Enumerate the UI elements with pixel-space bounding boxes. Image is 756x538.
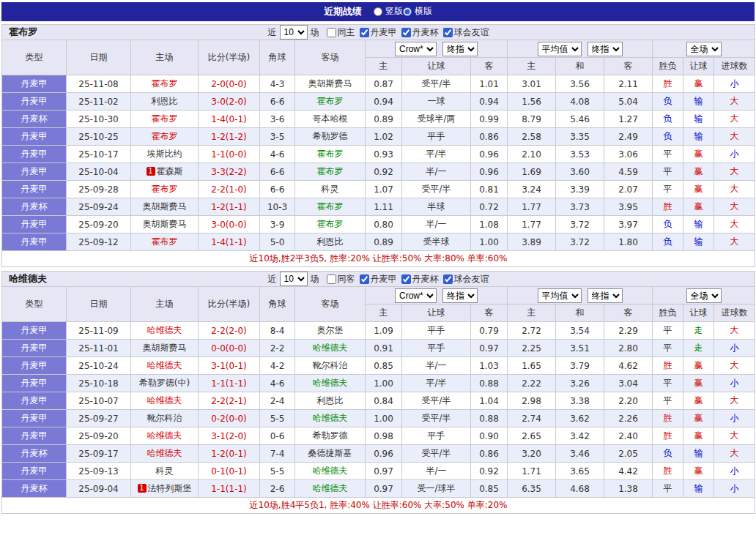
subcol-handicap: 让球	[402, 58, 471, 75]
home-team-cell: 哈维德夫	[131, 392, 199, 410]
handicap-result-cell: 输	[683, 445, 714, 463]
home-team-name[interactable]: 法特列斯堡	[148, 483, 192, 493]
filter-checkbox-同主[interactable]: 同主	[327, 26, 355, 39]
match-row: 丹麦甲25-10-17埃斯比约1-1(0-0)4-6霍布罗0.93平/半0.96…	[2, 146, 755, 163]
scope-select[interactable]: 全场	[686, 42, 722, 56]
odds-company-select[interactable]: Crow*	[395, 288, 437, 303]
home-team-name[interactable]: 科灵	[156, 466, 174, 476]
home-team-name[interactable]: 霍布罗	[152, 131, 178, 141]
away-team-name[interactable]: 科灵	[322, 184, 339, 194]
checkbox-丹麦甲[interactable]	[360, 274, 369, 284]
avg-away-cell: 2.29	[604, 322, 653, 340]
asia-home-odds-cell: 1.11	[366, 198, 402, 216]
away-team-name[interactable]: 哈维德夫	[313, 378, 348, 388]
home-team-name[interactable]: 埃斯比约	[147, 149, 182, 159]
goals-result-cell: 大	[714, 233, 755, 251]
avg-away-cell: 1.38	[604, 480, 653, 498]
away-team-name[interactable]: 霍布罗	[317, 149, 344, 159]
checkbox-同主[interactable]	[327, 28, 336, 37]
recent-label-suffix: 场	[311, 273, 319, 285]
asia-home-odds-cell: 0.94	[366, 93, 402, 111]
radio-竖版[interactable]	[374, 7, 382, 16]
home-team-name[interactable]: 哈维德夫	[147, 325, 182, 335]
filter-checkbox-丹麦杯[interactable]: 丹麦杯	[401, 273, 439, 285]
col-header-away: 客场	[295, 287, 366, 322]
away-team-name[interactable]: 哈维德夫	[313, 483, 348, 493]
away-team-name[interactable]: 哈维德夫	[313, 413, 348, 423]
layout-radio-横版[interactable]: 横版	[403, 5, 432, 18]
away-team-name[interactable]: 霍布罗	[317, 96, 344, 106]
layout-radio-竖版[interactable]: 竖版	[374, 5, 403, 18]
avg-stage-select[interactable]: 终指	[588, 288, 623, 303]
avg-home-cell: 2.74	[508, 410, 556, 427]
recent-count-select[interactable]: 10	[280, 25, 308, 40]
home-team-name[interactable]: 哈维德夫	[147, 395, 182, 406]
avg-home-cell: 3.89	[508, 233, 556, 251]
odds-stage-select[interactable]: 终指	[442, 42, 478, 56]
home-team-name[interactable]: 霍布罗	[152, 236, 178, 247]
away-team-name[interactable]: 桑德捷斯基	[308, 448, 352, 458]
home-team-name[interactable]: 希勒罗德(中)	[139, 378, 190, 388]
away-team-name[interactable]: 奥尔堡	[317, 325, 344, 335]
filter-checkbox-同客[interactable]: 同客	[327, 273, 355, 285]
avg-select[interactable]: 平均值	[538, 42, 582, 56]
subcol-avg-draw: 和	[556, 305, 604, 322]
home-team-name[interactable]: 霍布罗	[152, 184, 178, 194]
away-team-name[interactable]: 希勒罗德	[313, 131, 348, 141]
avg-select[interactable]: 平均值	[538, 288, 582, 303]
avg-home-cell: 1.77	[508, 216, 556, 233]
handicap-result-cell: 输	[683, 480, 714, 498]
radio-横版[interactable]	[403, 7, 412, 16]
date-cell: 25-10-04	[67, 163, 131, 181]
avg-draw-cell: 3.73	[556, 198, 604, 216]
odds-stage-select[interactable]: 终指	[442, 288, 478, 303]
checkbox-丹麦杯[interactable]	[401, 28, 411, 37]
filter-checkbox-球会友谊[interactable]: 球会友谊	[443, 273, 489, 285]
home-team-name[interactable]: 奥胡斯费马	[143, 343, 187, 353]
scope-select[interactable]: 全场	[686, 288, 722, 303]
checkbox-丹麦杯[interactable]	[401, 274, 411, 284]
away-team-name[interactable]: 霍布罗	[317, 166, 344, 176]
filter-checkbox-丹麦杯[interactable]: 丹麦杯	[401, 26, 439, 39]
away-team-name[interactable]: 利恩比	[317, 236, 344, 247]
filter-checkbox-丹麦甲[interactable]: 丹麦甲	[360, 26, 397, 39]
away-team-name[interactable]: 哈维德夫	[313, 466, 348, 476]
subcol-avg-home: 主	[508, 305, 556, 322]
home-team-name[interactable]: 哈维德夫	[147, 360, 182, 370]
filter-checkbox-丹麦甲[interactable]: 丹麦甲	[360, 273, 397, 285]
home-team-name[interactable]: 靴尔科治	[147, 413, 182, 423]
home-team-name[interactable]: 霍布罗	[152, 113, 178, 124]
away-team-cell: 霍布罗	[295, 216, 366, 233]
filter-checkbox-球会友谊[interactable]: 球会友谊	[443, 26, 489, 39]
away-team-name[interactable]: 靴尔科治	[313, 360, 348, 370]
home-team-name[interactable]: 霍布罗	[152, 78, 178, 89]
away-team-name[interactable]: 哥本哈根	[313, 113, 348, 124]
away-team-name[interactable]: 霍布罗	[317, 201, 344, 212]
league-cell: 丹麦甲	[2, 340, 67, 357]
away-team-name[interactable]: 奥胡斯费马	[308, 78, 352, 89]
home-team-name[interactable]: 霍森斯	[157, 166, 183, 176]
odds-select-cell: Crow*终指	[366, 287, 508, 305]
away-team-name[interactable]: 哈维德夫	[313, 343, 348, 353]
home-team-name[interactable]: 哈维德夫	[147, 448, 182, 458]
checkbox-球会友谊[interactable]	[443, 28, 453, 37]
summary-text: 近10场,胜2平3负5, 胜率:20% 让胜率:50% 大率:80% 单率:60…	[2, 251, 755, 267]
home-team-cell: 埃斯比约	[131, 146, 199, 163]
odds-company-select[interactable]: Crow*	[395, 42, 437, 56]
home-team-name[interactable]: 哈维德夫	[147, 430, 182, 441]
home-team-name[interactable]: 利恩比	[152, 96, 178, 106]
checkbox-label: 球会友谊	[454, 26, 489, 39]
away-team-cell: 霍布罗	[295, 146, 366, 163]
away-team-name[interactable]: 希勒罗德	[313, 430, 348, 441]
checkbox-label: 丹麦杯	[412, 273, 439, 285]
checkbox-同客[interactable]	[327, 274, 336, 284]
recent-count-select[interactable]: 10	[280, 272, 308, 286]
away-team-name[interactable]: 利恩比	[317, 395, 344, 406]
checkbox-丹麦甲[interactable]	[360, 28, 369, 37]
corner-cell: 3-9	[260, 216, 295, 233]
home-team-name[interactable]: 奥胡斯费马	[143, 201, 187, 212]
avg-stage-select[interactable]: 终指	[588, 42, 623, 56]
home-team-name[interactable]: 奥胡斯费马	[143, 219, 187, 229]
checkbox-球会友谊[interactable]	[443, 274, 453, 284]
away-team-name[interactable]: 霍布罗	[317, 219, 344, 229]
